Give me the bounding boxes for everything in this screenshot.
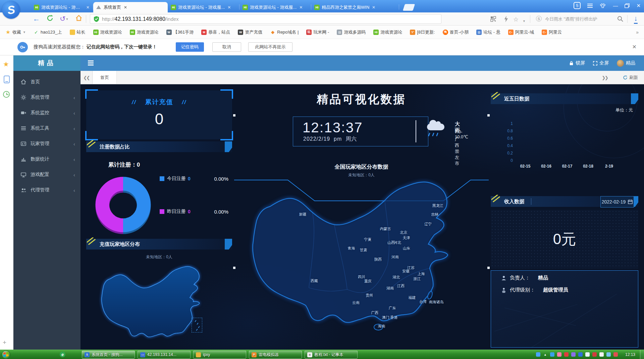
chat-tray-icon[interactable] xyxy=(550,352,554,357)
bookmark-item[interactable]: C-阿里云-域 xyxy=(508,29,534,35)
favorites-star-icon[interactable]: ★ xyxy=(3,60,9,68)
china-map[interactable]: 新疆黑龙江吉林辽宁内蒙古北京天津宁夏山西河北山东青海甘肃陕西河南江苏安徽上海四川… xyxy=(247,177,485,338)
mobile-pad-icon[interactable] xyxy=(4,76,10,83)
taskbar-clock[interactable]: 12:13 xyxy=(625,352,635,357)
skin-shirt-icon[interactable] xyxy=(599,3,606,8)
bookmark-item[interactable]: ✓hao123_上 xyxy=(34,29,62,35)
resize-handle[interactable] xyxy=(487,267,490,269)
scroll-tabs-right-button[interactable]: ❯❯ xyxy=(602,71,608,84)
favorite-star-icon[interactable]: ☆ xyxy=(513,15,519,24)
browser-tab[interactable]: Hi游戏资源论坛 - 游戏服...✕ xyxy=(31,2,93,12)
lightning-icon[interactable] xyxy=(504,16,508,22)
site-security-shield-icon[interactable] xyxy=(94,16,99,22)
resize-handle[interactable] xyxy=(487,114,490,117)
sidebar-item-3[interactable]: 系统工具‹ xyxy=(13,121,80,136)
tab-close-icon[interactable]: ✕ xyxy=(371,5,376,10)
sidebar-item-7[interactable]: 代理管理‹ xyxy=(13,182,80,198)
download-icon[interactable]: ↓ xyxy=(634,14,638,24)
sidebar-item-1[interactable]: 系统管理‹ xyxy=(13,90,80,105)
taskbar-button[interactable]: ipxy xyxy=(193,351,246,359)
remember-password-button[interactable]: 记住密码 xyxy=(176,42,204,52)
lock-screen-button[interactable]: 锁屏 xyxy=(569,60,585,66)
bookmark-item[interactable]: Y'[8日更新: xyxy=(410,29,435,35)
bookmark-item[interactable]: 站长 xyxy=(70,29,86,35)
sidebar-item-2[interactable]: 系统监控‹ xyxy=(13,105,80,121)
taskbar-button[interactable]: P雷电模拟器 xyxy=(249,351,302,359)
taskbar-button[interactable]: ▭42.193.131.14... xyxy=(138,351,191,359)
bookmarks-overflow-icon[interactable]: » xyxy=(636,30,639,35)
bookmark-item[interactable]: Hi游戏资源论 xyxy=(93,29,122,35)
bluetooth-tray-icon[interactable] xyxy=(585,352,590,357)
tab-count-badge[interactable]: 5 xyxy=(574,2,581,9)
undo-button[interactable]: ↺▼ xyxy=(60,14,69,24)
browser-tab[interactable]: Hi游戏资源论坛 - 游戏服...✕ xyxy=(168,2,239,12)
app-red-tray-icon[interactable] xyxy=(564,352,569,357)
search-tray-icon[interactable] xyxy=(536,352,540,357)
sogou-browser-logo[interactable]: S xyxy=(2,1,20,19)
rail-add-icon[interactable]: + xyxy=(3,339,6,346)
ie-quicklaunch-icon[interactable]: e xyxy=(60,352,65,357)
taskbar-button[interactable]: S系统首页 - 搜狗... xyxy=(82,351,135,359)
tab-home[interactable]: 首页 xyxy=(93,71,117,84)
bookmark-item[interactable]: W资产充值 xyxy=(238,29,262,35)
address-bar[interactable]: http://42.193.131.149:8080/index xyxy=(90,14,441,24)
register-donut-chart[interactable] xyxy=(93,175,153,234)
tab-close-icon[interactable]: ✕ xyxy=(86,5,90,10)
close-button[interactable]: ✕ xyxy=(636,3,641,8)
bookmark-item[interactable]: ▤游戏多源码 xyxy=(337,29,366,35)
bookmark-item[interactable]: ▤论坛 - 悬 xyxy=(476,29,500,35)
minimize-button[interactable]: — xyxy=(613,3,618,8)
bookmark-item[interactable]: W【361手游 xyxy=(166,29,194,35)
app-pink-tray-icon[interactable] xyxy=(557,352,561,357)
bookmark-item[interactable]: 淘首页-小朋 xyxy=(443,29,469,35)
history-clock-icon[interactable] xyxy=(3,91,10,98)
maximize-button[interactable] xyxy=(625,3,630,8)
app-dark-tray-icon[interactable] xyxy=(592,352,597,357)
browser-tab[interactable]: 系统首页✕ xyxy=(93,2,168,12)
sidebar-item-home[interactable]: 首页 xyxy=(13,74,80,90)
browser-tab[interactable]: Hi精品西游之紫禁之巅WIN✕ xyxy=(311,2,399,12)
new-tab-button[interactable] xyxy=(403,4,415,11)
show-desktop-button[interactable] xyxy=(640,350,644,359)
flag-tray-icon[interactable] xyxy=(613,352,618,357)
network-tray-icon[interactable] xyxy=(606,352,611,357)
user-menu[interactable]: 精品 xyxy=(617,60,635,67)
search-hot-text[interactable]: 今日雨水 "遇雨"排行榜出炉 xyxy=(545,16,615,22)
refresh-tab-button[interactable]: 刷新 xyxy=(623,71,638,84)
app-blue-tray-icon[interactable] xyxy=(578,352,583,357)
bookmark-item[interactable]: C-阿里云 xyxy=(542,29,562,35)
bookmark-item[interactable]: M恭喜，站点 xyxy=(201,29,230,35)
start-button[interactable] xyxy=(2,350,10,359)
bookmark-item[interactable]: ★收藏▼ xyxy=(5,29,26,35)
taskbar-button[interactable]: ≡教程.txt - 记事本 xyxy=(305,351,358,359)
refresh-button[interactable] xyxy=(46,14,54,22)
cancel-button[interactable]: 取消 xyxy=(212,42,241,52)
never-prompt-button[interactable]: 此网站不再提示 xyxy=(248,42,292,52)
sidebar-item-6[interactable]: 游戏配置‹ xyxy=(13,167,80,182)
volume-tray-icon[interactable] xyxy=(599,352,604,357)
recharge-region-map[interactable] xyxy=(93,264,224,345)
bookmark-item[interactable]: 玩玩米网 - xyxy=(306,29,329,35)
app-violet-tray-icon[interactable] xyxy=(571,352,576,357)
sidebar-toggle-icon[interactable] xyxy=(88,60,94,65)
up-arrow-tray-icon[interactable]: ▲ xyxy=(543,352,547,357)
resize-handle[interactable] xyxy=(233,114,235,117)
tab-close-icon[interactable]: ✕ xyxy=(123,5,128,10)
sidebar-item-5[interactable]: 数据统计‹ xyxy=(13,151,80,167)
tab-close-icon[interactable]: ✕ xyxy=(227,5,231,10)
bookmark-item[interactable]: Hi游戏资源论 xyxy=(130,29,159,35)
home-button[interactable] xyxy=(75,14,83,22)
sidebar-item-4[interactable]: 玩家管理‹ xyxy=(13,136,80,151)
bookmark-item[interactable]: ◆Repo域名 | xyxy=(270,29,299,35)
qrcode-icon[interactable] xyxy=(490,16,496,22)
close-password-bar-icon[interactable]: ✕ xyxy=(632,44,637,50)
browser-menu-icon[interactable] xyxy=(587,4,593,8)
income-date-picker[interactable]: 2022-02-19 xyxy=(600,196,634,208)
resize-handle[interactable] xyxy=(233,267,235,269)
browser-tab[interactable]: Hi游戏资源论坛 - 游戏服...✕ xyxy=(239,2,311,12)
search-magnifier-icon[interactable] xyxy=(617,16,623,22)
back-button[interactable]: ← xyxy=(33,14,40,23)
fullscreen-button[interactable]: 全屏 xyxy=(593,60,609,66)
tab-close-icon[interactable]: ✕ xyxy=(299,5,303,10)
star-caret-icon[interactable]: ▼ xyxy=(523,17,526,26)
